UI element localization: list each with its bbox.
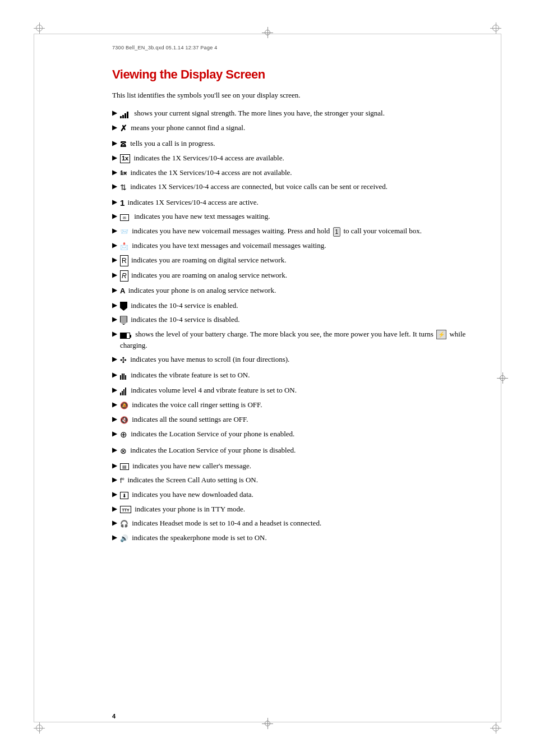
vibrate-icon xyxy=(120,370,127,381)
bullet-text: indicates the 10-4 service is disabled. xyxy=(120,314,468,325)
location-disabled-icon: ⊗ xyxy=(120,445,127,457)
list-item: ▶ indicates the 10-4 service is enabled. xyxy=(112,300,468,311)
bullet-text: ✉ indicates you have new text messages w… xyxy=(120,211,468,222)
signal-bars-icon xyxy=(120,110,128,118)
bullet-arrow: ▶ xyxy=(112,445,117,455)
bullet-arrow: ▶ xyxy=(112,211,117,221)
bullet-arrow: ▶ xyxy=(112,153,117,163)
battery-icon xyxy=(120,330,132,340)
bullet-list: ▶ shows your current signal strength. Th… xyxy=(112,108,468,544)
bullet-arrow: ▶ xyxy=(112,385,117,395)
list-item: ▶ A indicates your phone is on analog se… xyxy=(112,285,468,297)
bullet-text: 🕿 tells you a call is in progress. xyxy=(120,138,468,149)
list-item: ▶ shows the level of your battery charge… xyxy=(112,329,468,351)
bullet-text: 1x indicates the 1X Services/10-4 access… xyxy=(120,167,468,178)
list-item: ▶ 🔇 indicates all the sound settings are… xyxy=(112,414,468,425)
list-item: ▶ ⬇ indicates you have new downloaded da… xyxy=(112,489,468,500)
intro-text: This list identifies the symbols you'll … xyxy=(112,90,468,101)
scroll-icon: ✣ xyxy=(120,354,127,366)
bullet-arrow: ▶ xyxy=(112,182,117,191)
list-item: ▶ indicates the vibrate feature is set t… xyxy=(112,370,468,381)
sound-off-icon: 🔇 xyxy=(120,415,128,425)
list-item: ▶ 1x indicates the 1X Services/10-4 acce… xyxy=(112,167,468,178)
bullet-arrow: ▶ xyxy=(112,414,117,424)
bullet-text: indicates the vibrate feature is set to … xyxy=(120,370,468,381)
bullet-text: TTY indicates your phone is in TTY mode. xyxy=(120,504,468,515)
roam-analog-icon: R xyxy=(120,270,128,282)
104-disabled-icon xyxy=(120,316,127,325)
text-message-icon: ✉ xyxy=(120,212,131,222)
analog-network-icon: A xyxy=(120,285,125,297)
reg-mark-bottom-right xyxy=(490,722,501,734)
bullet-text: f° indicates the Screen Call Auto settin… xyxy=(120,474,468,486)
list-item: ▶ ✉ indicates you have new text messages… xyxy=(112,211,468,222)
reg-mark-bottom-center xyxy=(262,718,273,729)
bullet-arrow: ▶ xyxy=(112,270,117,280)
bullet-arrow: ▶ xyxy=(112,241,117,250)
bullet-arrow: ▶ xyxy=(112,475,117,485)
callers-message-icon: ▤ xyxy=(120,463,129,470)
bullet-text: ⬇ indicates you have new downloaded data… xyxy=(120,489,468,500)
reg-mark-top-center xyxy=(262,27,273,38)
bullet-arrow: ▶ xyxy=(112,123,117,132)
left-border-line xyxy=(34,34,34,722)
bullet-arrow: ▶ xyxy=(112,255,117,265)
call-icon: 🕿 xyxy=(120,139,127,149)
bullet-text: R indicates you are roaming on digital s… xyxy=(120,255,468,266)
location-enabled-icon: ⊕ xyxy=(120,428,127,441)
bullet-arrow: ▶ xyxy=(112,139,117,148)
bullet-arrow: ▶ xyxy=(112,504,117,514)
reg-mark-bottom-left xyxy=(34,722,45,734)
charging-icon: ⚡ xyxy=(436,330,446,339)
bullet-arrow: ▶ xyxy=(112,400,117,409)
list-item: ▶ 🔕 indicates the voice call ringer sett… xyxy=(112,399,468,411)
bullet-text: ⇅ indicates 1X Services/10-4 access are … xyxy=(120,181,468,193)
list-item: ▶ shows your current signal strength. Th… xyxy=(112,108,468,119)
bullet-text: indicates the 10-4 service is enabled. xyxy=(120,300,468,311)
104-enabled-icon xyxy=(120,302,127,311)
list-item: ▶ 1 indicates 1X Services/10-4 access ar… xyxy=(112,197,468,208)
bullet-arrow: ▶ xyxy=(112,354,117,364)
list-item: ▶ 🔊 indicates the speakerphone mode is s… xyxy=(112,532,468,543)
bullet-text: ⊕ indicates the Location Service of your… xyxy=(120,428,468,441)
bullet-text: shows the level of your battery charge. … xyxy=(120,329,468,351)
bullet-arrow: ▶ xyxy=(112,461,117,471)
download-icon: ⬇ xyxy=(120,492,128,499)
list-item: ▶ ⇅ indicates 1X Services/10-4 access ar… xyxy=(112,181,468,193)
bullet-text: ▤ indicates you have new caller's messag… xyxy=(120,460,468,472)
reg-mark-top-right xyxy=(490,22,501,34)
bullet-arrow: ▶ xyxy=(112,490,117,499)
bullet-text: 🎧 indicates Headset mode is set to 10-4 … xyxy=(120,518,468,529)
headset-icon: 🎧 xyxy=(120,519,128,529)
bullet-text: ⊗ indicates the Location Service of your… xyxy=(120,445,468,457)
list-item: ▶ indicates volume level 4 and vibrate f… xyxy=(112,385,468,397)
ringer-off-icon: 🔕 xyxy=(120,400,128,411)
list-item: ▶ R indicates you are roaming on digital… xyxy=(112,255,468,266)
1x-not-available-icon: 1x xyxy=(120,168,127,178)
bullet-arrow: ▶ xyxy=(112,429,117,439)
page-title: Viewing the Display Screen xyxy=(112,67,468,82)
hold-button-icon: 1 xyxy=(333,227,341,237)
bullet-arrow: ▶ xyxy=(112,285,117,295)
list-item: ▶ R indicates you are roaming on analog … xyxy=(112,270,468,282)
bullet-arrow: ▶ xyxy=(112,226,117,236)
bullet-text: 🔊 indicates the speakerphone mode is set… xyxy=(120,532,468,543)
bullet-text: 📩 indicates you have text messages and v… xyxy=(120,240,468,251)
reg-mark-top-left xyxy=(34,22,45,34)
bullet-text: 1x indicates the 1X Services/10-4 access… xyxy=(120,153,468,164)
bullet-arrow: ▶ xyxy=(112,329,117,339)
no-signal-icon: ✗ xyxy=(120,122,127,135)
list-item: ▶ ⊕ indicates the Location Service of yo… xyxy=(112,428,468,441)
both-messages-icon: 📩 xyxy=(120,241,128,251)
list-item: ▶ 📩 indicates you have text messages and… xyxy=(112,240,468,251)
list-item: ▶ ⊗ indicates the Location Service of yo… xyxy=(112,445,468,457)
file-info: 7300 Bell_EN_3b.qxd 05.1.14 12:37 Page 4 xyxy=(112,45,468,50)
main-content: 7300 Bell_EN_3b.qxd 05.1.14 12:37 Page 4… xyxy=(112,45,468,700)
bullet-text: 🔕 indicates the voice call ringer settin… xyxy=(120,399,468,411)
speakerphone-icon: 🔊 xyxy=(120,533,128,543)
bullet-arrow: ▶ xyxy=(112,108,117,118)
bullet-arrow: ▶ xyxy=(112,197,117,207)
bullet-arrow: ▶ xyxy=(112,533,117,542)
bullet-arrow: ▶ xyxy=(112,168,117,177)
bullet-text: 1 indicates 1X Services/10-4 access are … xyxy=(120,197,468,208)
